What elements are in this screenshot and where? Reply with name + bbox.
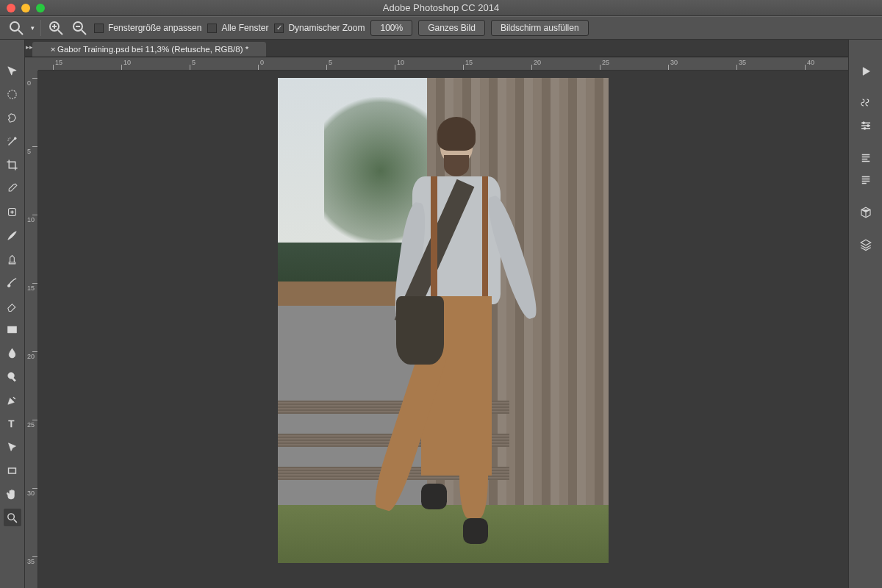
panel-layers-icon[interactable] (855, 235, 877, 254)
divider (40, 20, 41, 36)
svg-point-21 (862, 122, 864, 124)
app-title: Adobe Photoshop CC 2014 (0, 2, 882, 13)
svg-point-19 (8, 513, 14, 520)
minimize-window-icon[interactable] (21, 4, 30, 12)
panel-play-icon[interactable] (855, 62, 877, 81)
svg-rect-13 (8, 326, 16, 333)
dropdown-caret-icon[interactable]: ▾ (31, 24, 35, 32)
panel-paragraph-icon[interactable] (855, 148, 877, 168)
ruler-horizontal[interactable]: 151050510152025303540 (38, 57, 848, 71)
tool-dodge[interactable] (4, 368, 21, 385)
canvas[interactable] (38, 71, 848, 588)
expand-right-icon[interactable] (839, 40, 848, 54)
document-area: ▸▸ × Gabor Training.psd bei 11,3% (Retus… (25, 40, 848, 588)
svg-text:T: T (9, 418, 15, 429)
tool-healing-brush[interactable] (4, 203, 21, 220)
tool-gradient[interactable] (4, 320, 21, 338)
all-windows-label: Alle Fenster (221, 23, 268, 33)
svg-line-3 (58, 30, 62, 35)
tool-pen[interactable] (4, 391, 21, 409)
tool-hand[interactable] (4, 485, 21, 503)
tool-type[interactable]: T (4, 415, 21, 432)
panels-dock (848, 40, 882, 588)
titlebar: Adobe Photoshop CC 2014 (0, 0, 882, 16)
tool-magic-wand[interactable] (4, 132, 21, 150)
checkbox-icon (94, 24, 104, 33)
options-bar: ▾ Fenstergröße anpassen Alle Fenster Dyn… (0, 16, 882, 40)
svg-point-22 (867, 125, 869, 127)
zoom-100-button[interactable]: 100% (370, 20, 412, 36)
dynamic-zoom-checkbox[interactable]: Dynamischer Zoom (274, 23, 365, 33)
tools-panel: T (0, 40, 25, 588)
all-windows-checkbox[interactable]: Alle Fenster (207, 23, 268, 33)
tool-lasso[interactable] (4, 109, 21, 126)
checkbox-checked-icon (274, 24, 284, 33)
svg-line-7 (82, 30, 86, 35)
tool-eyedropper[interactable] (4, 179, 21, 197)
panel-character-icon[interactable] (855, 171, 877, 190)
tool-rectangle[interactable] (4, 462, 21, 479)
zoom-window-icon[interactable] (36, 4, 45, 12)
tool-blur[interactable] (4, 344, 21, 362)
document-tab[interactable]: × Gabor Training.psd bei 11,3% (Retusche… (32, 42, 266, 57)
svg-point-9 (8, 90, 16, 98)
checkbox-icon (207, 24, 217, 33)
tool-eraser[interactable] (4, 297, 21, 315)
ruler-vertical[interactable]: 05101520253035 (25, 71, 38, 588)
svg-rect-18 (9, 467, 16, 473)
zoom-tool-icon[interactable] (7, 19, 25, 37)
tool-history-brush[interactable] (4, 273, 21, 291)
tool-clone-stamp[interactable] (4, 250, 21, 268)
panel-3d-icon[interactable] (855, 203, 877, 222)
panel-brushes-icon[interactable] (855, 94, 877, 113)
dynamic-zoom-label: Dynamischer Zoom (288, 23, 365, 33)
tool-crop[interactable] (4, 156, 21, 173)
tab-strip: × Gabor Training.psd bei 11,3% (Retusche… (25, 40, 848, 57)
fill-screen-button[interactable]: Bildschirm ausfüllen (491, 20, 589, 36)
workspace: T ▸▸ × Gabor Training.psd bei 11,3% (Ret… (0, 40, 882, 588)
tool-move[interactable] (4, 62, 21, 79)
svg-point-10 (14, 137, 16, 139)
svg-point-0 (10, 22, 19, 31)
zoom-in-icon[interactable] (47, 19, 65, 37)
svg-point-23 (864, 127, 866, 129)
svg-line-1 (18, 30, 23, 35)
svg-line-20 (14, 519, 17, 522)
tool-zoom[interactable] (4, 509, 21, 526)
panel-adjustments-icon[interactable] (855, 116, 877, 135)
close-tab-icon[interactable]: × (49, 45, 57, 54)
document-tab-label: Gabor Training.psd bei 11,3% (Retusche, … (57, 45, 248, 54)
close-window-icon[interactable] (7, 4, 15, 12)
svg-rect-16 (12, 377, 15, 381)
zoom-out-icon[interactable] (71, 19, 88, 37)
fit-window-checkbox[interactable]: Fenstergröße anpassen (94, 23, 201, 33)
tool-brush[interactable] (4, 226, 21, 244)
tool-path-select[interactable] (4, 438, 21, 456)
tool-marquee[interactable] (4, 85, 21, 103)
svg-point-12 (7, 284, 10, 287)
whole-image-button[interactable]: Ganzes Bild (418, 20, 485, 36)
document-image (278, 78, 609, 563)
fit-window-label: Fenstergröße anpassen (108, 23, 201, 33)
